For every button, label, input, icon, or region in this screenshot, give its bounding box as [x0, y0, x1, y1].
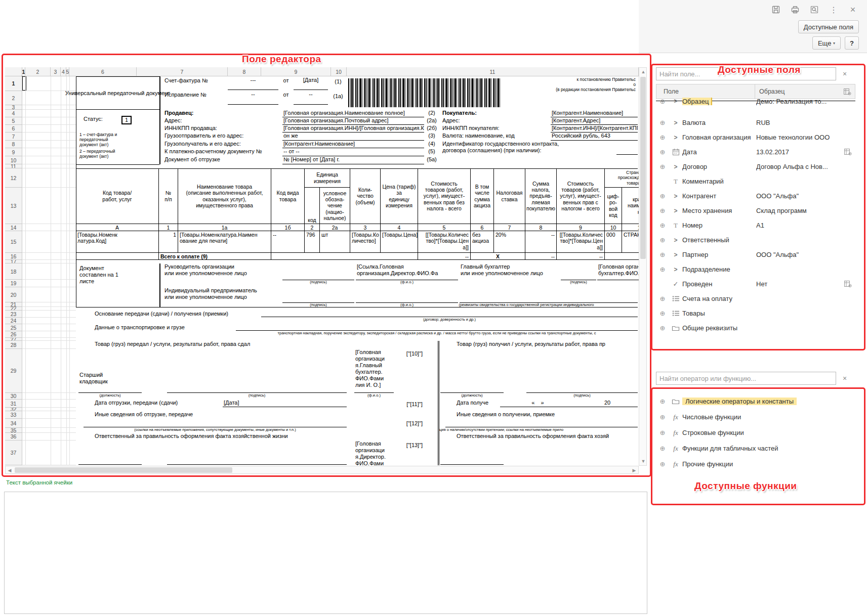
print-icon[interactable] [790, 5, 800, 15]
plus-expand-icon[interactable]: ⊕ [660, 192, 666, 200]
row-header[interactable]: 24 [5, 318, 22, 324]
sheet-cell[interactable] [236, 324, 638, 331]
sheet-cell[interactable]: (должность) [440, 393, 504, 400]
sheet-cell[interactable]: (ссылки на неотъемлемые приложения, сопу… [84, 428, 347, 433]
field-row[interactable]: ⊕Товары [656, 306, 855, 321]
sheet-cell[interactable]: Ответственный за правильность оформления… [94, 433, 326, 441]
sheet-cell[interactable]: -- [525, 231, 557, 253]
sheet-cell[interactable]: Единица измерения [305, 168, 350, 188]
column-header[interactable]: 6 [69, 67, 137, 76]
sheet-cell[interactable]: Продавец: [163, 110, 281, 117]
row-header[interactable]: 9 [5, 148, 22, 156]
sheet-cell[interactable]: 3 [350, 224, 381, 231]
sheet-cell[interactable] [261, 311, 638, 317]
sheet-cell[interactable]: 4 [381, 224, 418, 231]
row-header[interactable]: 17 [5, 260, 22, 263]
plus-expand-icon[interactable]: ⊕ [660, 295, 666, 302]
sheet-cell[interactable]: (ф.и.о.) [356, 280, 458, 287]
sheet-corner[interactable] [5, 67, 22, 76]
column-header[interactable]: 8 [228, 67, 261, 76]
function-search-input[interactable] [656, 372, 836, 385]
sheet-cell[interactable]: (5) [424, 148, 439, 156]
sheet-cell[interactable]: [Головная организаци я.Директор. ФИО.Фам… [354, 441, 394, 465]
sheet-cell[interactable]: [Контрагент.Наименование] [282, 141, 424, 148]
sheet-cell[interactable]: К платежно-расчетному документу № [163, 148, 281, 156]
sheet-cell[interactable]: [Головная организация.ИНН]/[Головная орг… [282, 125, 424, 133]
sheet-cell[interactable]: Стоимость товаров (работ, услуг), имущес… [418, 168, 471, 224]
row-header[interactable]: 26 [5, 331, 22, 338]
sheet-cell[interactable]: ["[12]"] [400, 420, 429, 428]
sheet-cell[interactable]: (2а) [424, 117, 439, 125]
row-header[interactable]: 20 [5, 287, 22, 302]
sheet-cell[interactable]: [Головная организаци я.Главный бухгалтер… [354, 349, 394, 393]
row-header[interactable]: 28 [5, 341, 22, 349]
sheet-cell[interactable]: Грузоотправитель и его адрес: [163, 133, 281, 141]
field-search-clear-icon[interactable]: × [840, 69, 849, 78]
sheet-cell[interactable]: Счет-фактура № [163, 77, 227, 90]
sheet-cell[interactable]: 20% [494, 231, 525, 253]
field-row[interactable]: ⊕>Место храненияСклад программ [656, 203, 855, 218]
plus-expand-icon[interactable]: ⊕ [660, 266, 666, 273]
horizontal-scroll-thumb[interactable] [15, 467, 232, 473]
function-row[interactable]: ⊕fxСтроковые функции [656, 425, 855, 441]
row-header[interactable]: 33 [5, 411, 22, 419]
row-header[interactable]: 7 [5, 133, 22, 141]
field-row[interactable]: ⊕Счета на оплату [656, 291, 855, 306]
sheet-cell[interactable] [616, 143, 638, 155]
row-header[interactable]: 19 [5, 280, 22, 287]
sheet-cell[interactable]: Адрес: [441, 117, 549, 125]
sheet-cell[interactable]: Наименование товара (описание выполненны… [178, 168, 271, 224]
field-row[interactable]: ⊕TНомерА1 [656, 218, 855, 233]
sheet-cell[interactable]: Исправление № [163, 92, 227, 105]
sheet-cell[interactable]: 10а [622, 224, 639, 231]
sheet-cell[interactable]: X [471, 253, 525, 260]
help-button[interactable]: ? [845, 36, 859, 50]
row-header[interactable]: 35 [5, 428, 22, 433]
row-header[interactable]: 8 [5, 141, 22, 148]
sheet-cell[interactable]: Валюта: наименование, код [441, 133, 551, 141]
field-row[interactable]: ⊕>Подразделение [656, 262, 855, 277]
row-header[interactable]: 14 [5, 224, 22, 231]
sheet-cell[interactable]: от [279, 77, 293, 90]
sheet-cell[interactable] [167, 458, 347, 465]
sheet-cell[interactable]: Главный бухгалтер или иное уполномоченно… [460, 263, 561, 280]
sheet-cell[interactable] [167, 385, 347, 393]
scroll-right-icon[interactable]: ▶ [630, 466, 638, 474]
row-header[interactable]: 12 [5, 168, 22, 188]
sheet-cell[interactable]: Сумма налога, предъяв- ляемая покупателю [525, 168, 557, 224]
preview-icon[interactable] [809, 5, 819, 15]
row-header[interactable]: 5 [5, 117, 22, 125]
row-header[interactable]: 15 [5, 231, 22, 253]
scroll-left-icon[interactable]: ◀ [6, 466, 14, 474]
sheet-cell[interactable] [84, 419, 347, 427]
sheet-cell[interactable]: 796 [305, 231, 320, 253]
table-gear-icon[interactable] [844, 148, 852, 156]
sheet-cell[interactable]: --- [228, 77, 278, 90]
sheet-cell[interactable]: (2б) [424, 125, 439, 133]
row-header[interactable]: 36 [5, 433, 22, 441]
sheet-cell[interactable]: Дата отгрузки, передачи (сдачи) [94, 400, 221, 408]
sheet-cell[interactable] [282, 295, 354, 303]
plus-expand-icon[interactable]: ⊕ [660, 134, 666, 141]
plus-expand-icon[interactable]: ⊕ [660, 460, 666, 468]
sheet-cell[interactable]: (должность) [78, 393, 142, 400]
kebab-menu-icon[interactable]: ⋮ [829, 5, 839, 15]
sheet-cell[interactable]: [[Товары.Количес тво]*[Товары.Цен а]] [557, 231, 605, 253]
sheet-cell[interactable]: Покупатель: [441, 110, 549, 117]
sheet-cell[interactable]: [Ссылка.Головная организация.Директор.ФИ… [356, 263, 458, 280]
row-header[interactable]: 10 [5, 156, 22, 164]
sheet-cell[interactable]: Коли- чество (объем) [350, 168, 381, 224]
row-header[interactable]: 23 [5, 311, 22, 318]
scroll-down-icon[interactable]: ▼ [639, 457, 647, 465]
sheet-cell[interactable] [282, 272, 354, 280]
sheet-cell[interactable]: [Товары.Цена] [381, 231, 418, 253]
row-header[interactable]: 3 [5, 105, 22, 110]
sheet-cell[interactable]: условное обозна- чение (нацио- нальное) [320, 188, 350, 224]
field-row[interactable]: ⊕Дата13.02.2017 [656, 145, 855, 159]
plus-expand-icon[interactable]: ⊕ [660, 222, 666, 229]
sheet-cell[interactable]: -- [271, 231, 305, 253]
function-row[interactable]: ⊕Логические операторы и константы [656, 393, 855, 409]
sheet-cell[interactable] [440, 458, 504, 465]
field-row[interactable]: ⊕>ВалютаRUB [656, 115, 855, 130]
sheet-cell[interactable]: 000 [605, 231, 622, 253]
